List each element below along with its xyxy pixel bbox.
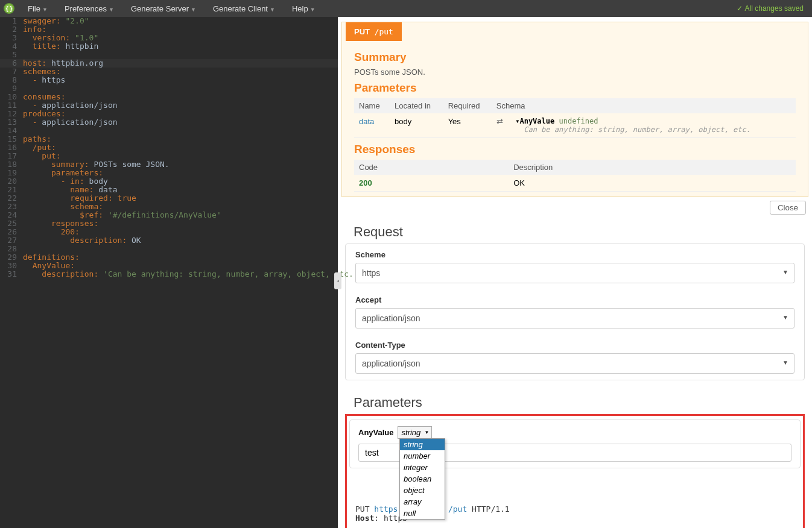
type-option-string[interactable]: string <box>400 439 445 450</box>
menu-generate-server[interactable]: Generate Server▼ <box>122 4 205 13</box>
parameters-highlight: AnyValue string stringnumberintegerboole… <box>345 414 805 528</box>
req-parameters-header: Parameters <box>341 389 808 414</box>
editor-line[interactable]: 12produces: <box>0 110 338 118</box>
menu-bar: File▼Preferences▼Generate Server▼Generat… <box>19 4 324 13</box>
editor-line[interactable]: 6host: httpbin.org <box>0 59 338 68</box>
editor-line[interactable]: 15paths: <box>0 135 338 143</box>
response-desc: OK <box>509 175 796 192</box>
content-type-select[interactable]: application/json <box>355 353 795 374</box>
save-status-text: All changes saved <box>745 4 804 13</box>
type-option-object[interactable]: object <box>400 485 445 496</box>
editor-line[interactable]: 1swagger: "2.0" <box>0 17 338 25</box>
type-select[interactable]: string <box>398 426 433 439</box>
editor-line[interactable]: 16 /put: <box>0 143 338 152</box>
anyvalue-label: AnyValue <box>358 428 394 437</box>
param-required: Yes <box>443 113 492 138</box>
editor-line[interactable]: 8 - https <box>0 76 338 84</box>
editor-line[interactable]: 31 description: 'Can be anything: string… <box>0 270 338 278</box>
editor-line[interactable]: 19 parameters: <box>0 169 338 177</box>
editor-line[interactable]: 24 $ref: '#/definitions/AnyValue' <box>0 211 338 219</box>
menu-generate-client[interactable]: Generate Client▼ <box>205 4 284 13</box>
summary-header: Summary <box>354 51 796 64</box>
accept-select[interactable]: application/json <box>355 308 795 328</box>
request-box: Scheme https Accept application/json Con… <box>345 244 805 380</box>
method-label: PUT <box>354 27 370 36</box>
table-row: data body Yes ⇄ ▾AnyValue undefined Can … <box>354 113 796 138</box>
editor-line[interactable]: 14 <box>0 127 338 135</box>
editor-line[interactable]: 3 version: "1.0" <box>0 34 338 42</box>
type-option-number[interactable]: number <box>400 450 445 462</box>
editor-line[interactable]: 13 - application/json <box>0 118 338 127</box>
menu-file[interactable]: File▼ <box>19 4 56 13</box>
swagger-logo[interactable]: { } <box>4 3 14 14</box>
swap-icon[interactable]: ⇄ <box>496 117 503 126</box>
type-option-array[interactable]: array <box>400 496 445 508</box>
editor-line[interactable]: 18 summary: POSTs some JSON. <box>0 160 338 169</box>
response-code: 200 <box>359 178 372 187</box>
editor-line[interactable]: 10consumes: <box>0 93 338 101</box>
scheme-select[interactable]: https <box>355 263 795 283</box>
editor-line[interactable]: 7schemes: <box>0 68 338 76</box>
close-button[interactable]: Close <box>770 201 806 215</box>
editor-line[interactable]: 28 <box>0 245 338 253</box>
editor-line[interactable]: 23 schema: <box>0 203 338 211</box>
editor-line[interactable]: 20 - in: body <box>0 177 338 186</box>
editor-line[interactable]: 30 AnyValue: <box>0 262 338 270</box>
path-label: /put <box>375 27 393 36</box>
operation-tab[interactable]: PUT /put <box>346 22 402 41</box>
editor-line[interactable]: 22 required: true <box>0 194 338 203</box>
accept-label: Accept <box>355 295 795 304</box>
editor-line[interactable]: 2info: <box>0 25 338 34</box>
summary-text: POSTs some JSON. <box>354 68 796 77</box>
editor-line[interactable]: 5 <box>0 51 338 59</box>
type-option-null[interactable]: null <box>400 508 445 519</box>
param-name[interactable]: data <box>359 117 374 126</box>
operation-card: PUT /put Summary POSTs some JSON. Parame… <box>341 22 808 197</box>
table-row: 200 OK <box>354 175 796 192</box>
save-status: ✓ All changes saved <box>737 4 808 13</box>
type-dropdown[interactable]: stringnumberintegerbooleanobjectarraynul… <box>399 438 445 520</box>
content-type-label: Content-Type <box>355 341 795 350</box>
param-in: body <box>390 113 443 138</box>
parameters-table: NameLocated inRequiredSchema data body Y… <box>354 98 796 138</box>
type-option-integer[interactable]: integer <box>400 462 445 473</box>
menu-preferences[interactable]: Preferences▼ <box>56 4 122 13</box>
yaml-editor[interactable]: ◂ 1swagger: "2.0"2info:3 version: "1.0"4… <box>0 17 338 528</box>
type-option-boolean[interactable]: boolean <box>400 473 445 485</box>
responses-table: CodeDescription 200 OK <box>354 160 796 192</box>
split-handle[interactable]: ◂ <box>334 272 341 289</box>
editor-line[interactable]: 11 - application/json <box>0 101 338 110</box>
responses-header: Responses <box>354 143 796 156</box>
editor-line[interactable]: 27 description: OK <box>0 236 338 245</box>
editor-line[interactable]: 4 title: httpbin <box>0 42 338 51</box>
menu-help[interactable]: Help▼ <box>284 4 324 13</box>
parameters-header: Parameters <box>354 81 796 95</box>
param-schema: ▾AnyValue undefined Can be anything: str… <box>510 113 796 138</box>
preview-pane: PUT /put Summary POSTs some JSON. Parame… <box>338 17 812 528</box>
editor-line[interactable]: 17 put: <box>0 152 338 160</box>
check-icon: ✓ <box>737 4 743 13</box>
scheme-label: Scheme <box>355 250 795 259</box>
editor-line[interactable]: 9 <box>0 84 338 93</box>
editor-line[interactable]: 21 name: data <box>0 186 338 194</box>
topbar: { } File▼Preferences▼Generate Server▼Gen… <box>0 0 812 17</box>
editor-line[interactable]: 25 responses: <box>0 219 338 228</box>
editor-line[interactable]: 26 200: <box>0 228 338 236</box>
request-header: Request <box>341 218 808 244</box>
editor-line[interactable]: 29definitions: <box>0 253 338 262</box>
